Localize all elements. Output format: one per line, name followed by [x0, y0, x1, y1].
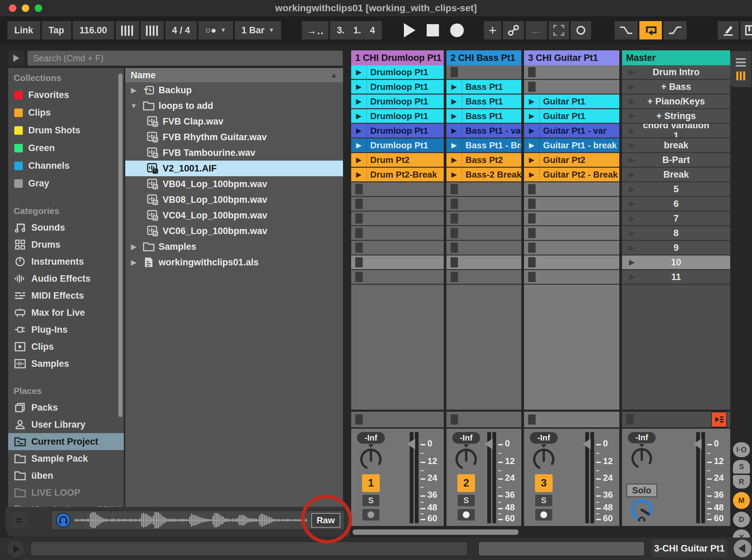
place-item[interactable]: Sample Pack [8, 450, 124, 467]
volume-fader-handle[interactable] [583, 439, 591, 449]
clip-play-button[interactable]: ▶ [351, 109, 367, 123]
master-header[interactable]: Master [622, 50, 730, 65]
scene-play-button[interactable]: ▶ [622, 112, 642, 120]
clip-stop-button[interactable] [355, 184, 363, 194]
clip-slot[interactable]: ▶Bass Pt1 - var [446, 124, 521, 138]
clip-slot[interactable]: ▶Bass Pt1 [446, 80, 521, 95]
empty-clip-slot[interactable] [351, 256, 444, 270]
scene-play-button[interactable]: ▶ [622, 199, 642, 208]
stop-all-clips-button[interactable] [355, 414, 363, 425]
clip-stop-button[interactable] [528, 82, 536, 92]
time-signature-field[interactable]: 4 / 4 [165, 21, 197, 39]
clip-slot[interactable]: ▶Bass Pt1 [446, 95, 521, 109]
clip-length-menu[interactable]: 1 Bar▼ [235, 21, 281, 39]
scene-play-button[interactable]: ▶ [622, 185, 642, 194]
loop-button[interactable] [639, 21, 662, 39]
clip-slot[interactable]: ▶Guitar Pt1 [524, 109, 619, 124]
scene-play-button[interactable]: ▶ [622, 258, 642, 267]
clip-slot[interactable]: ▶Drum Pt2-Break [351, 168, 444, 182]
stop-button[interactable] [422, 21, 444, 39]
quantize-menu[interactable]: ○●▼ [198, 21, 233, 39]
empty-clip-slot[interactable] [524, 65, 619, 80]
clip-stop-button[interactable] [528, 213, 536, 224]
file-row[interactable]: ▶workingwithclips01.als [125, 254, 343, 270]
nudge-down-button[interactable] [116, 21, 139, 39]
search-input[interactable] [27, 50, 343, 66]
file-row[interactable]: ▼loops to add [125, 98, 343, 114]
scene-play-button[interactable]: ▶ [622, 68, 642, 77]
category-item-instruments[interactable]: Instruments [8, 253, 124, 270]
scene-slot[interactable]: ▶6 [622, 197, 730, 212]
empty-clip-slot[interactable] [524, 182, 619, 197]
record-button[interactable] [445, 21, 469, 39]
empty-clip-slot[interactable] [524, 241, 619, 256]
file-row[interactable]: FVB Tambourine.wav [125, 145, 343, 161]
empty-clip-slot[interactable] [446, 256, 521, 270]
mixer-view-toggle-icon[interactable] [736, 71, 745, 80]
scene-play-button[interactable]: ▶ [622, 97, 642, 106]
empty-clip-slot[interactable] [446, 182, 521, 197]
collection-item[interactable]: Green [8, 139, 124, 157]
clip-slot[interactable]: ▶Drumloop Pt1 [351, 80, 444, 95]
browser-preview-toggle[interactable] [8, 50, 24, 66]
scene-slot[interactable]: ▶break [622, 138, 730, 153]
delay-section-toggle[interactable]: D [733, 512, 750, 527]
clip-stop-button[interactable] [528, 257, 536, 267]
solo-button[interactable]: S [362, 495, 379, 506]
clip-play-button[interactable]: ▶ [446, 109, 462, 123]
clip-play-button[interactable]: ▶ [446, 138, 462, 152]
clip-slot[interactable]: ▶Drum Pt2 [351, 153, 444, 168]
clip-stop-button[interactable] [355, 243, 363, 253]
scene-slot[interactable]: ▶B-Part [622, 153, 730, 168]
status-play-button[interactable] [7, 541, 24, 557]
category-item-max[interactable]: Max for Live [8, 304, 124, 321]
empty-clip-slot[interactable] [524, 226, 619, 241]
clip-play-button[interactable]: ▶ [351, 65, 367, 79]
clip-play-button[interactable]: ▶ [446, 80, 462, 94]
volume-fader-handle[interactable] [485, 439, 493, 449]
new-button[interactable]: + [484, 21, 501, 39]
session-record-button[interactable] [549, 21, 569, 39]
mixer-section-toggle[interactable]: M [733, 492, 750, 509]
scene-slot[interactable]: ▶chord variation 1 [622, 124, 730, 138]
tempo-field[interactable]: 116.00 [73, 21, 114, 39]
overview-menu-icon[interactable] [736, 58, 746, 67]
disclosure-arrow-icon[interactable]: ▶ [129, 243, 139, 251]
tap-tempo-button[interactable]: Tap [42, 21, 71, 39]
category-item-sounds[interactable]: Sounds [8, 219, 124, 236]
disclosure-arrow-icon[interactable]: ▶ [129, 86, 139, 94]
clip-play-button[interactable]: ▶ [351, 153, 367, 167]
clip-play-button[interactable]: ▶ [446, 168, 462, 181]
solo-button[interactable]: S [535, 495, 552, 506]
category-item-plug[interactable]: Plug-Ins [8, 321, 124, 338]
play-button[interactable] [399, 21, 420, 39]
back-to-arrangement-button[interactable]: ← [526, 21, 547, 39]
clip-stop-button[interactable] [528, 184, 536, 194]
file-row[interactable]: V2_1001.AIF [125, 161, 343, 176]
clip-stop-button[interactable] [528, 67, 536, 77]
clip-stop-button[interactable] [355, 199, 363, 209]
empty-clip-slot[interactable] [524, 270, 619, 285]
place-item[interactable]: LIVE LOOP [8, 484, 124, 501]
clip-play-button[interactable]: ▶ [524, 153, 540, 167]
stop-all-clips-button[interactable] [528, 414, 536, 425]
automation-ramp-button[interactable] [664, 21, 687, 39]
category-item-samples[interactable]: Samples [8, 355, 124, 372]
clip-stop-button[interactable] [355, 272, 363, 282]
collection-item[interactable]: Favorites [8, 86, 124, 104]
volume-fader-handle[interactable] [693, 439, 702, 449]
minimize-window-button[interactable] [22, 4, 29, 12]
place-item[interactable]: üben [8, 467, 124, 484]
follow-button[interactable]: →‥ [302, 21, 328, 39]
clip-stop-button[interactable] [451, 257, 458, 267]
clip-slot[interactable]: ▶Bass-2 Break [446, 168, 521, 182]
track-header[interactable]: 2 CHI Bass Pt1 [446, 50, 521, 65]
stop-all-clips-button[interactable] [451, 414, 458, 425]
disclosure-arrow-icon[interactable]: ▼ [129, 102, 139, 110]
clip-play-button[interactable]: ▶ [446, 124, 462, 137]
clip-play-button[interactable]: ▶ [351, 138, 367, 152]
category-item-midifx[interactable]: MIDI Effects [8, 287, 124, 304]
empty-clip-slot[interactable] [351, 197, 444, 212]
volume-fader-handle[interactable] [407, 439, 415, 449]
volume-value[interactable]: -Inf [530, 432, 558, 444]
